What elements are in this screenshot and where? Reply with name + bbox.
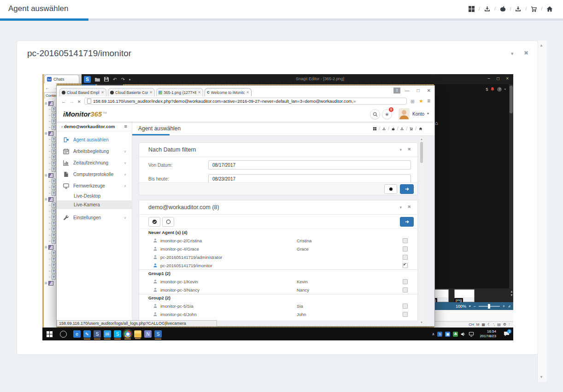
deselect-all-button[interactable] bbox=[162, 217, 174, 227]
speaker-icon[interactable] bbox=[461, 332, 466, 337]
download-icon[interactable] bbox=[484, 6, 490, 12]
ime-item[interactable]: ’, bbox=[493, 322, 495, 327]
tree-page-item[interactable] bbox=[44, 238, 56, 244]
zoom-slider[interactable] bbox=[479, 306, 500, 307]
tree-page-item[interactable] bbox=[44, 142, 56, 148]
tab-close-icon[interactable]: ✕ bbox=[149, 90, 152, 94]
browser-tab[interactable]: Cloud Based Employee ✕ bbox=[59, 88, 106, 96]
account-menu-label[interactable]: Konto bbox=[412, 111, 424, 117]
agent-checkbox[interactable] bbox=[403, 246, 408, 252]
apple-icon[interactable] bbox=[500, 6, 506, 12]
tree-page-item[interactable] bbox=[44, 190, 56, 196]
pen-app-icon[interactable]: ✎ bbox=[83, 330, 91, 338]
ime-item[interactable]: ▤ bbox=[497, 322, 501, 327]
scroll-up-icon[interactable]: ▲ bbox=[420, 138, 423, 140]
close-icon[interactable]: ✖ bbox=[524, 50, 528, 56]
skype-app-icon[interactable]: S bbox=[114, 330, 121, 338]
home-icon[interactable] bbox=[546, 6, 553, 12]
chevron-down-icon[interactable]: ▾ bbox=[427, 111, 429, 116]
more-icon[interactable]: ▪ bbox=[129, 77, 131, 82]
scroll-down-icon[interactable]: ▼ bbox=[540, 375, 543, 379]
bell-icon[interactable] bbox=[490, 87, 495, 92]
ime-item[interactable]: ⚙ bbox=[503, 322, 506, 327]
tree-page-item[interactable] bbox=[44, 112, 56, 118]
close-icon[interactable]: ✖ bbox=[407, 147, 411, 152]
tree-page-item[interactable] bbox=[44, 118, 56, 124]
windows-icon[interactable] bbox=[469, 6, 475, 12]
windows-icon[interactable] bbox=[373, 127, 376, 130]
download-icon[interactable] bbox=[515, 6, 521, 12]
page-scrollbar[interactable]: ▲ ▼ bbox=[537, 41, 547, 382]
download-icon[interactable] bbox=[400, 127, 404, 130]
help-contents-tab[interactable]: Contents bbox=[44, 92, 57, 99]
browser-tab[interactable]: 365-1.png (1277×856) ✕ bbox=[156, 88, 203, 96]
apply-filter-button[interactable] bbox=[400, 184, 414, 194]
tree-page-item[interactable] bbox=[44, 232, 56, 238]
url-text[interactable]: 158.69.116.170/users_auditor/index.php?d… bbox=[93, 99, 356, 104]
collapse-icon[interactable]: ▾ bbox=[399, 205, 402, 210]
agent-row[interactable]: imonitor-pc-4/Grace Grace bbox=[139, 245, 417, 253]
tree-page-item[interactable] bbox=[44, 154, 56, 160]
scroll-down-icon[interactable]: ▼ bbox=[420, 321, 423, 324]
zoom-in-icon[interactable]: + bbox=[503, 304, 505, 309]
extensions-icon[interactable]: ⊞ bbox=[411, 99, 414, 104]
cart-icon[interactable] bbox=[410, 127, 413, 130]
agent-checkbox[interactable] bbox=[403, 304, 408, 309]
tree-page-item[interactable] bbox=[44, 178, 56, 184]
search-button[interactable] bbox=[370, 109, 380, 119]
tree-page-item[interactable] bbox=[44, 268, 56, 274]
canvas-scrollbar[interactable] bbox=[509, 84, 513, 288]
undo-icon[interactable]: ↶ bbox=[113, 77, 117, 82]
tree-book-item[interactable] bbox=[44, 100, 56, 106]
tree-page-item[interactable] bbox=[44, 250, 56, 256]
stop-icon[interactable]: ✕ bbox=[77, 99, 81, 104]
cortana-icon[interactable] bbox=[60, 331, 67, 338]
download-icon[interactable] bbox=[382, 127, 386, 130]
collapse-icon[interactable]: ▾ bbox=[399, 148, 402, 152]
open-folder-icon[interactable] bbox=[95, 77, 100, 82]
menu-icon[interactable]: ≡ bbox=[427, 98, 430, 104]
tree-page-item[interactable] bbox=[44, 184, 56, 190]
sidebar-item-zeitaufzeichnung[interactable]: Zeitaufzeichnung ∨ bbox=[57, 157, 132, 169]
tree-page-item[interactable] bbox=[44, 166, 56, 172]
agent-checkbox[interactable] bbox=[403, 279, 408, 284]
minimize-icon[interactable]: — bbox=[405, 88, 410, 93]
tree-book-item[interactable] bbox=[44, 196, 56, 202]
close-icon[interactable]: ✕ bbox=[427, 88, 431, 93]
scrollbar-thumb[interactable] bbox=[420, 142, 423, 163]
minimize-icon[interactable]: − bbox=[487, 76, 490, 81]
tree-page-item[interactable] bbox=[44, 160, 56, 166]
browser-tab[interactable]: Cloud Basierte Comput ✕ bbox=[108, 88, 155, 96]
tree-page-item[interactable] bbox=[44, 226, 56, 232]
maximize-icon[interactable]: □ bbox=[497, 76, 499, 81]
tree-page-item[interactable] bbox=[44, 106, 56, 112]
network-icon[interactable] bbox=[469, 332, 474, 337]
onenote-app-icon[interactable]: N bbox=[144, 330, 152, 338]
agent-row[interactable]: imonitor-pc-1/Kevin Kevin bbox=[139, 277, 417, 286]
tray-app-icon[interactable]: S bbox=[437, 332, 442, 337]
forward-icon[interactable]: → bbox=[69, 99, 74, 104]
help-icon[interactable]: ? bbox=[497, 87, 502, 92]
tree-page-item[interactable] bbox=[44, 262, 56, 268]
agent-checkbox[interactable] bbox=[403, 263, 408, 268]
maximize-icon[interactable]: □ bbox=[417, 88, 420, 93]
zoom-level[interactable]: 100% bbox=[456, 304, 466, 309]
battery-saver-icon[interactable]: ☘ bbox=[453, 332, 458, 337]
redo-icon[interactable]: ↷ bbox=[121, 77, 124, 82]
snagit-app-icon[interactable]: S bbox=[94, 330, 101, 338]
ime-item[interactable]: ▦ bbox=[481, 322, 485, 327]
start-button-icon[interactable] bbox=[47, 331, 53, 337]
close-icon[interactable]: ✖ bbox=[407, 205, 411, 209]
save-icon[interactable] bbox=[104, 77, 109, 82]
agent-row[interactable]: pc-201605141719/administrator bbox=[139, 253, 417, 261]
agent-row[interactable]: imonitor-pc-6/John John bbox=[139, 310, 417, 318]
content-scrollbar[interactable]: ▲ ▼ bbox=[420, 137, 423, 324]
tray-app-icon[interactable]: ▣ bbox=[445, 332, 450, 337]
window-tray-icon[interactable]: ⇪ bbox=[393, 88, 400, 94]
sidebar-item-live-desktop[interactable]: Live-Desktop bbox=[57, 192, 132, 200]
ime-item[interactable]: CH bbox=[469, 322, 474, 327]
tree-page-item[interactable] bbox=[44, 136, 56, 142]
chevron-down-icon[interactable]: ▾ bbox=[504, 88, 506, 91]
tree-page-item[interactable] bbox=[44, 274, 56, 280]
sidebar-item-agent-auswaehlen[interactable]: Agent auswählen bbox=[57, 134, 132, 146]
